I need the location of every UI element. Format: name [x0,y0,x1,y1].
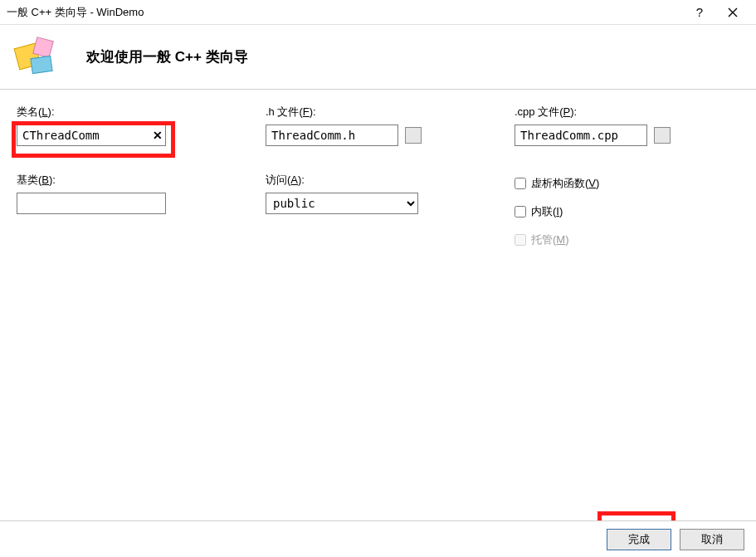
finish-button[interactable]: 完成 [607,529,671,550]
cancel-button[interactable]: 取消 [680,529,744,550]
clear-icon[interactable]: ✕ [149,127,166,144]
label-cppfile: .cpp 文件(P): [515,105,739,120]
footer: 完成 取消 [0,520,756,557]
wizard-icon [10,32,63,82]
virtual-dtor-checkbox[interactable]: 虚析构函数(V) [515,176,739,191]
banner: 欢迎使用一般 C++ 类向导 [0,25,756,90]
inline-input[interactable] [515,206,526,217]
managed-input [515,234,526,246]
field-access: 访问(A): public [266,173,506,214]
svg-rect-2 [31,56,52,73]
close-button[interactable] [716,0,749,25]
inline-checkbox[interactable]: 内联(I) [515,204,739,219]
managed-checkbox: 托管(M) [515,232,739,247]
label-hfile: .h 文件(F): [266,105,506,120]
checkbox-group: 虚析构函数(V) 内联(I) 托管(M) [515,176,739,247]
form-area: 类名(L): ✕ .h 文件(F): .cpp 文件(P): 基类(B): [0,90,756,247]
hfile-browse-button[interactable] [405,127,422,144]
virtual-dtor-input[interactable] [515,178,526,189]
access-select[interactable]: public [266,193,418,214]
help-button[interactable]: ? [683,0,716,25]
field-hfile: .h 文件(F): [266,105,506,146]
hfile-input[interactable] [266,125,398,146]
titlebar: 一般 C++ 类向导 - WinDemo ? [0,0,756,25]
field-cppfile: .cpp 文件(P): [515,105,739,146]
cppfile-browse-button[interactable] [654,127,671,144]
label-classname: 类名(L): [17,105,257,120]
banner-title: 欢迎使用一般 C++ 类向导 [86,47,248,66]
label-access: 访问(A): [266,173,506,188]
classname-input[interactable] [17,125,166,146]
baseclass-input[interactable] [17,193,166,214]
label-baseclass: 基类(B): [17,173,257,188]
field-classname: 类名(L): ✕ [17,105,257,146]
close-icon [728,7,738,17]
cppfile-input[interactable] [515,125,647,146]
window-title: 一般 C++ 类向导 - WinDemo [7,5,683,20]
field-baseclass: 基类(B): [17,173,257,214]
